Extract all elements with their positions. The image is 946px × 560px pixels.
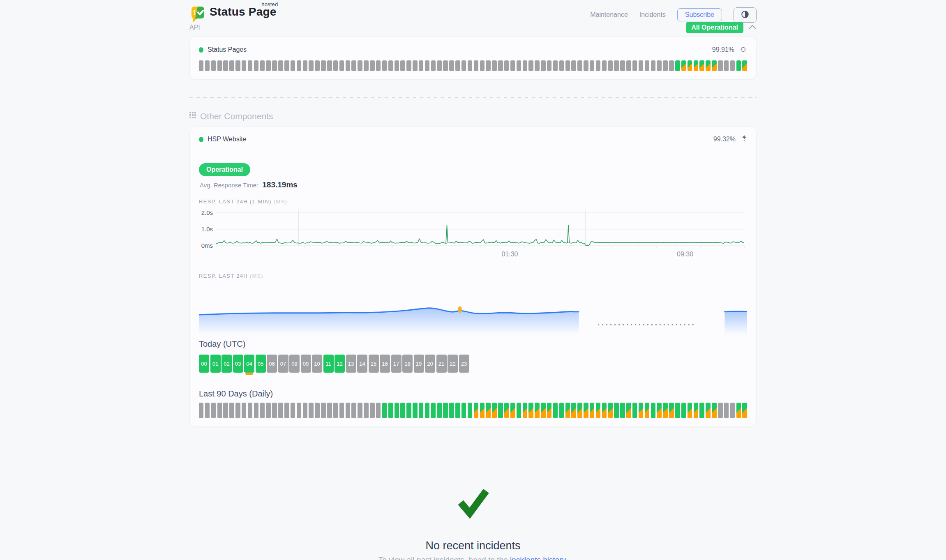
uptime-bar-up[interactable]: [553, 403, 558, 418]
uptime-bar-partial[interactable]: [657, 403, 661, 418]
theme-toggle-button[interactable]: [734, 7, 757, 23]
uptime-bar-none[interactable]: [199, 403, 203, 418]
uptime-bar-none[interactable]: [297, 403, 301, 418]
uptime-bar-none[interactable]: [608, 60, 613, 71]
uptime-bar-none[interactable]: [388, 60, 393, 71]
uptime-bar-partial[interactable]: [486, 403, 490, 418]
uptime-bar-none[interactable]: [229, 403, 234, 418]
uptime-bar-none[interactable]: [584, 60, 588, 71]
uptime-bar-none[interactable]: [266, 60, 270, 71]
uptime-bar-none[interactable]: [596, 60, 600, 71]
uptime-bar-partial[interactable]: [577, 403, 582, 418]
uptime-bar-partial[interactable]: [688, 60, 692, 71]
uptime-bar-none[interactable]: [211, 60, 216, 71]
uptime-bar-partial[interactable]: [639, 403, 643, 418]
hour-box-09[interactable]: 09: [301, 355, 311, 373]
uptime-bar-partial[interactable]: [742, 60, 747, 71]
uptime-bar-none[interactable]: [309, 60, 313, 71]
uptime-bar-partial[interactable]: [608, 403, 613, 418]
hour-box-10[interactable]: 10: [312, 355, 322, 373]
uptime-bar-none[interactable]: [528, 60, 533, 71]
uptime-bar-partial[interactable]: [565, 403, 570, 418]
uptime-bar-none[interactable]: [321, 403, 325, 418]
uptime-bar-none[interactable]: [419, 60, 423, 71]
uptime-bar-none[interactable]: [223, 403, 228, 418]
uptime-bar-none[interactable]: [205, 60, 210, 71]
uptime-bar-none[interactable]: [498, 60, 503, 71]
uptime-bar-none[interactable]: [480, 60, 485, 71]
nav-maintenance[interactable]: Maintenance: [590, 11, 628, 18]
hour-box-13[interactable]: 13: [346, 355, 356, 373]
uptime-bar-none[interactable]: [437, 60, 442, 71]
uptime-bar-up[interactable]: [559, 403, 564, 418]
uptime-bar-none[interactable]: [724, 60, 729, 71]
uptime-bar-up[interactable]: [461, 403, 466, 418]
component-row-hsp-website[interactable]: HSP Website 99.32%: [199, 134, 747, 144]
uptime-bar-up[interactable]: [449, 403, 454, 418]
uptime-bar-none[interactable]: [254, 403, 258, 418]
uptime-bar-none[interactable]: [669, 60, 674, 71]
uptime-bar-none[interactable]: [602, 60, 607, 71]
uptime-bar-partial[interactable]: [541, 403, 545, 418]
uptime-bar-none[interactable]: [254, 60, 258, 71]
uptime-bar-none[interactable]: [229, 60, 234, 71]
uptime-bar-none[interactable]: [333, 403, 338, 418]
uptime-bar-none[interactable]: [370, 403, 374, 418]
uptime-bar-none[interactable]: [730, 403, 735, 418]
uptime-bar-none[interactable]: [346, 60, 350, 71]
uptime-bar-partial[interactable]: [504, 403, 509, 418]
uptime-bar-none[interactable]: [565, 60, 570, 71]
hour-box-16[interactable]: 16: [380, 355, 390, 373]
hour-box-05[interactable]: 05: [256, 355, 266, 373]
uptime-bar-up[interactable]: [675, 403, 680, 418]
uptime-bar-none[interactable]: [449, 60, 454, 71]
uptime-bar-partial[interactable]: [535, 403, 539, 418]
uptime-bar-up[interactable]: [395, 403, 399, 418]
uptime-bar-up[interactable]: [382, 403, 387, 418]
uptime-bar-up[interactable]: [419, 403, 423, 418]
uptime-bar-up[interactable]: [675, 60, 680, 71]
uptime-bar-none[interactable]: [541, 60, 545, 71]
uptime-bar-none[interactable]: [639, 60, 643, 71]
uptime-bar-none[interactable]: [291, 60, 295, 71]
uptime-bar-none[interactable]: [395, 60, 399, 71]
uptime-bar-none[interactable]: [315, 403, 319, 418]
uptime-bar-partial[interactable]: [706, 60, 710, 71]
component-row-status-pages[interactable]: Status Pages 99.91%: [199, 45, 747, 55]
uptime-bar-none[interactable]: [577, 60, 582, 71]
uptime-bar-up[interactable]: [455, 403, 460, 418]
uptime-bar-none[interactable]: [657, 60, 661, 71]
uptime-bar-none[interactable]: [272, 60, 277, 71]
uptime-bar-none[interactable]: [730, 60, 735, 71]
uptime-bar-none[interactable]: [284, 60, 289, 71]
uptime-bar-none[interactable]: [364, 403, 368, 418]
brand[interactable]: ! Status Page hosted: [189, 5, 276, 24]
uptime-bar-none[interactable]: [553, 60, 558, 71]
uptime-bar-none[interactable]: [333, 60, 338, 71]
uptime-bar-none[interactable]: [260, 60, 265, 71]
uptime-bar-none[interactable]: [614, 60, 618, 71]
uptime-bar-none[interactable]: [217, 403, 222, 418]
hour-box-02[interactable]: 02: [222, 355, 232, 373]
uptime-bar-up[interactable]: [406, 403, 411, 418]
uptime-bar-up[interactable]: [681, 403, 686, 418]
hour-box-01[interactable]: 01: [210, 355, 221, 373]
uptime-bar-none[interactable]: [535, 60, 539, 71]
hour-box-15[interactable]: 15: [369, 355, 379, 373]
uptime-bar-partial[interactable]: [480, 403, 485, 418]
uptime-bar-up[interactable]: [400, 403, 405, 418]
uptime-bar-none[interactable]: [266, 403, 270, 418]
uptime-bar-partial[interactable]: [590, 403, 594, 418]
uptime-bar-up[interactable]: [498, 403, 503, 418]
uptime-bar-none[interactable]: [358, 403, 362, 418]
uptime-bar-partial[interactable]: [712, 403, 716, 418]
uptime-bar-none[interactable]: [443, 60, 448, 71]
uptime-bar-up[interactable]: [388, 403, 393, 418]
uptime-bar-none[interactable]: [486, 60, 490, 71]
uptime-bar-partial[interactable]: [742, 403, 747, 418]
hour-box-17[interactable]: 17: [391, 355, 401, 373]
uptime-bar-none[interactable]: [382, 60, 387, 71]
uptime-bar-none[interactable]: [461, 60, 466, 71]
uptime-bar-none[interactable]: [242, 403, 246, 418]
uptime-bar-none[interactable]: [260, 403, 265, 418]
